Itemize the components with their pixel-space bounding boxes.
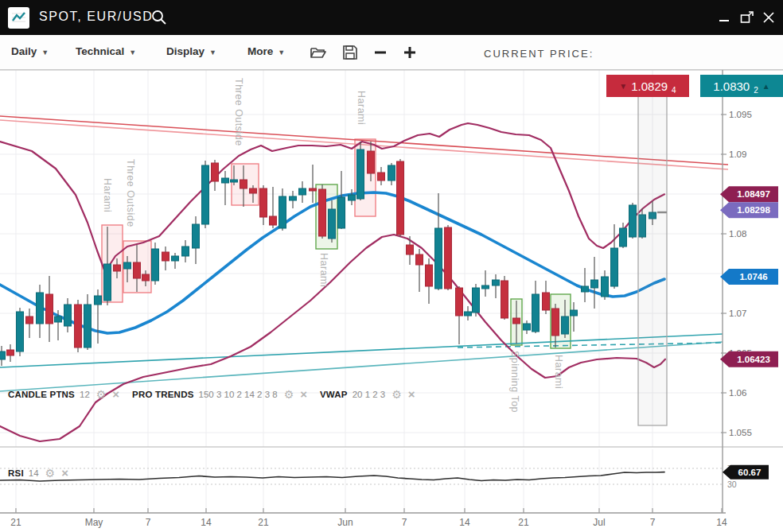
candle-body (172, 256, 179, 261)
x-axis-label: 21 (518, 517, 529, 528)
rsi-value-tag-text: 60.67 (738, 468, 762, 477)
candle-body (378, 173, 385, 181)
ask-price-pip: 2 (754, 86, 758, 97)
x-axis-label: 7 (402, 517, 407, 528)
pattern-label: Harami (102, 178, 113, 212)
chevron-down-icon: ▼ (41, 47, 49, 56)
display-dropdown[interactable]: Display ▼ (166, 45, 216, 57)
y-axis-label: 1.06 (729, 388, 746, 398)
minimize-icon[interactable] (715, 10, 733, 25)
bid-price-box[interactable]: ▼ 1.08294 (606, 75, 689, 97)
pattern-label: Spinning Top (509, 351, 520, 413)
candle-body (501, 281, 508, 318)
indicator-params: 12 (80, 390, 90, 399)
more-dropdown[interactable]: More ▼ (247, 45, 285, 57)
close-icon[interactable]: × (61, 467, 68, 479)
candle-body (279, 196, 286, 228)
search-icon[interactable] (150, 9, 168, 26)
candle-body (357, 150, 364, 199)
price-tag-text: 1.08497 (737, 189, 770, 199)
current-price-label: CURRENT PRICE: (484, 48, 594, 60)
save-icon[interactable] (341, 43, 360, 62)
candle-body (338, 197, 345, 228)
candle-body (75, 305, 82, 348)
candle-body (240, 180, 247, 188)
candle-body (212, 163, 219, 181)
zoom-out-icon[interactable] (371, 43, 390, 62)
display-dropdown-label: Display (166, 45, 205, 57)
candle-body (162, 252, 169, 261)
candle-body (388, 165, 395, 181)
indicator-params: 150 3 10 2 14 2 3 8 (199, 390, 278, 399)
candle-body (482, 285, 489, 289)
candle-body (124, 262, 131, 269)
zoom-in-icon[interactable] (400, 43, 419, 62)
candle-body (0, 351, 6, 359)
candle-body (319, 189, 326, 236)
window-title: SPOT, EUR/USD (39, 10, 154, 24)
timeframe-dropdown[interactable]: Daily ▼ (11, 45, 49, 57)
pattern-label: Three Outside (125, 159, 136, 227)
candle-body (95, 296, 102, 305)
candle-body (104, 264, 111, 301)
x-axis-label: 14 (716, 517, 727, 528)
more-dropdown-label: More (247, 45, 273, 57)
gear-icon[interactable]: ⚙ (392, 389, 402, 400)
arrow-up-icon: ▲ (762, 82, 770, 91)
candle-body (114, 265, 121, 271)
candle-body (17, 312, 24, 351)
candle-body (524, 324, 531, 330)
rsi-line (0, 472, 664, 481)
price-tag-text: 1.08298 (737, 205, 770, 215)
y-axis-label: 1.095 (729, 110, 752, 119)
close-icon[interactable]: × (300, 388, 307, 400)
ask-price-box[interactable]: 1.08302 ▲ (700, 75, 783, 97)
open-folder-icon[interactable] (309, 43, 328, 62)
gear-icon[interactable]: ⚙ (284, 389, 294, 400)
timeframe-dropdown-label: Daily (11, 45, 37, 57)
indicator-params: 14 (29, 468, 39, 478)
candle-body (493, 280, 500, 285)
indicator-name: VWAP (320, 390, 348, 399)
candle-body (134, 262, 141, 278)
candle-body (602, 277, 609, 297)
arrow-down-icon: ▼ (619, 82, 627, 91)
gear-icon[interactable]: ⚙ (96, 389, 107, 400)
candle-body (329, 209, 336, 239)
candle-body (582, 286, 589, 292)
popout-icon[interactable] (738, 10, 756, 25)
candle-body (37, 293, 44, 324)
pattern-label: Harami (356, 91, 367, 125)
x-axis-label: 14 (201, 517, 212, 528)
candle-body (591, 280, 598, 288)
x-axis-label: Jul (593, 517, 605, 528)
candle-body (182, 247, 189, 256)
close-icon[interactable] (760, 10, 777, 25)
chevron-down-icon: ▼ (129, 47, 136, 56)
close-icon[interactable]: × (408, 388, 415, 400)
candle-body (473, 288, 480, 313)
candle-body (310, 188, 317, 191)
trend-line-support-2 (0, 342, 723, 391)
candle-body (152, 249, 159, 281)
rsi-level-label: 30 (727, 480, 737, 489)
technical-dropdown[interactable]: Technical ▼ (76, 45, 136, 57)
pattern-label: Harami (318, 253, 329, 287)
trading-chart-window: HaramiThree OutsideThree OutsideHaramiHa… (0, 0, 783, 532)
candle-body (270, 216, 277, 225)
bid-price: 1.0829 (631, 80, 668, 93)
y-axis-label: 1.09 (729, 150, 746, 159)
close-icon[interactable]: × (112, 388, 119, 400)
candle-body (142, 274, 150, 281)
candle-body (571, 310, 578, 316)
gear-icon[interactable]: ⚙ (45, 468, 56, 479)
candle-body (64, 305, 72, 326)
x-axis-label: 7 (650, 517, 656, 528)
candle-body (620, 228, 627, 247)
candle-body (290, 196, 297, 200)
candle-body (26, 316, 33, 324)
indicator-params: 20 1 2 3 (353, 390, 386, 399)
candle-body (543, 293, 550, 310)
candle-body (445, 227, 452, 289)
price-tag-text: 1.06423 (737, 355, 770, 364)
